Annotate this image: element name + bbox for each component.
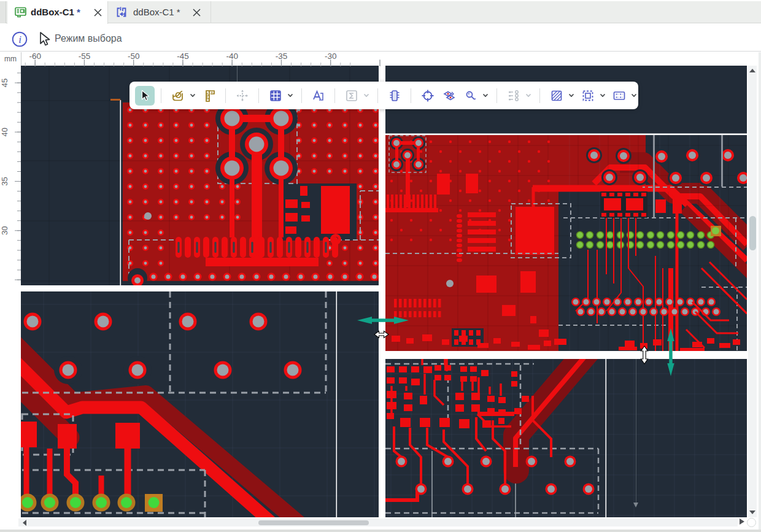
svg-text:-50: -50	[128, 52, 140, 61]
svg-text:i: i	[18, 34, 21, 45]
svg-text:-55: -55	[79, 52, 91, 61]
svg-text:40: 40	[0, 128, 9, 136]
svg-text:-45: -45	[177, 52, 189, 61]
svg-text:30: 30	[0, 226, 9, 235]
svg-text:45: 45	[0, 79, 9, 87]
svg-text:-30: -30	[325, 52, 337, 61]
svg-text:-40: -40	[226, 52, 238, 61]
svg-text:-35: -35	[276, 52, 288, 61]
svg-text:-60: -60	[29, 52, 41, 61]
svg-text:35: 35	[0, 177, 9, 185]
